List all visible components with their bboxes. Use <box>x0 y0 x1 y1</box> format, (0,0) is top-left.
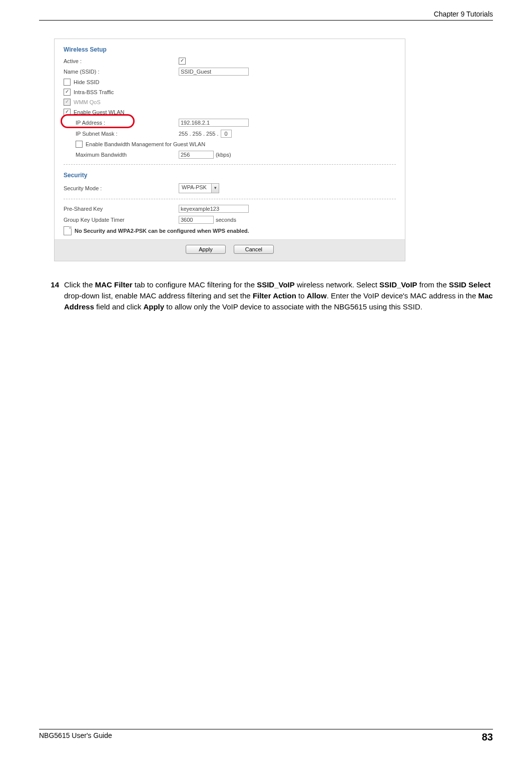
name-ssid-label: Name (SSID) : <box>64 69 179 75</box>
gku-unit: seconds <box>216 217 236 223</box>
active-checkbox[interactable] <box>179 58 186 65</box>
intra-bss-label: Intra-BSS Traffic <box>74 89 114 95</box>
security-mode-value: WPA-PSK <box>179 184 211 193</box>
separator <box>64 199 396 199</box>
chevron-down-icon: ▾ <box>211 184 219 193</box>
security-mode-label: Security Mode : <box>64 185 179 191</box>
wmm-qos-label: WMM QoS <box>74 99 101 105</box>
max-bandwidth-label: Maximum Bandwidth <box>64 152 179 158</box>
enable-bw-mgmt-label: Enable Bandwidth Management for Guest WL… <box>86 141 205 147</box>
ip-address-input[interactable]: 192.168.2.1 <box>179 119 249 127</box>
psk-label: Pre-Shared Key <box>64 206 179 212</box>
chapter-heading: Chapter 9 Tutorials <box>39 10 493 20</box>
ip-address-label: IP Address : <box>64 120 179 126</box>
step-number: 14 <box>44 279 64 312</box>
button-bar: Apply Cancel <box>55 239 405 261</box>
subnet-prefix: 255 . 255 . 255 . <box>179 131 219 137</box>
cancel-button[interactable]: Cancel <box>234 245 274 254</box>
wps-note: No Security and WPA2-PSK can be configur… <box>75 228 249 234</box>
step-body: Click the MAC Filter tab to configure MA… <box>64 279 493 312</box>
intra-bss-checkbox[interactable] <box>64 89 71 96</box>
step-14: 14 Click the MAC Filter tab to configure… <box>44 279 493 312</box>
hide-ssid-label: Hide SSID <box>74 79 99 85</box>
apply-button[interactable]: Apply <box>186 245 226 254</box>
wireless-setup-title: Wireless Setup <box>64 43 396 56</box>
wmm-qos-checkbox <box>64 99 71 106</box>
separator <box>64 164 396 165</box>
hide-ssid-checkbox[interactable] <box>64 79 71 86</box>
screenshot-panel: Wireless Setup Active : Name (SSID) : SS… <box>54 39 405 261</box>
enable-guest-wlan-checkbox[interactable] <box>64 109 71 116</box>
enable-bw-mgmt-checkbox[interactable] <box>76 141 83 148</box>
gku-label: Group Key Update Timer <box>64 217 179 223</box>
psk-input[interactable]: keyexample123 <box>179 205 249 213</box>
name-ssid-input[interactable]: SSID_Guest <box>179 68 249 76</box>
footer-page-number: 83 <box>482 731 493 743</box>
max-bandwidth-unit: (kbps) <box>216 152 231 158</box>
enable-guest-wlan-label: Enable Guest WLAN <box>74 109 125 115</box>
subnet-mask-label: IP Subnet Mask : <box>64 131 179 137</box>
security-title: Security <box>64 169 396 182</box>
active-label: Active : <box>64 58 179 64</box>
security-mode-select[interactable]: WPA-PSK ▾ <box>179 183 219 193</box>
footer-guide-name: NBG5615 User's Guide <box>39 731 112 743</box>
note-icon <box>64 226 72 235</box>
header-rule <box>39 20 493 21</box>
subnet-last-octet-input[interactable]: 0 <box>221 130 232 138</box>
gku-input[interactable]: 3600 <box>179 216 214 224</box>
max-bandwidth-input[interactable]: 256 <box>179 151 214 159</box>
